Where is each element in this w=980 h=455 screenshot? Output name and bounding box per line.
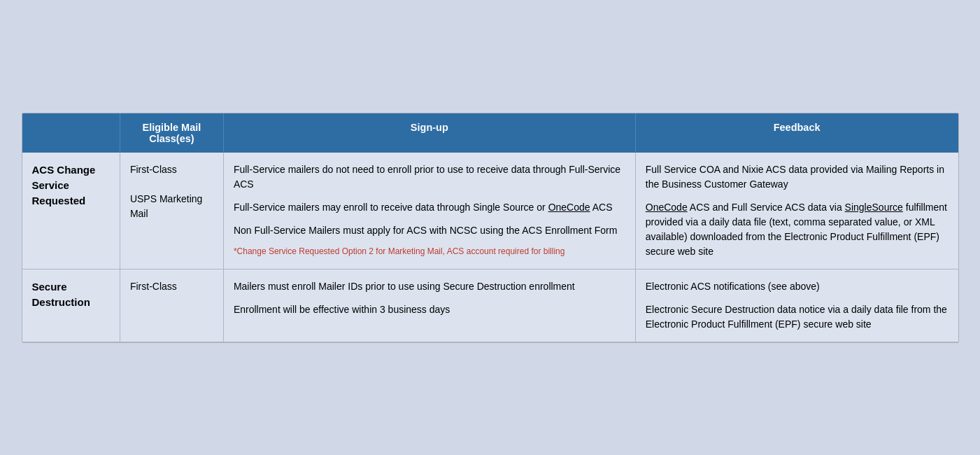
header-col1 bbox=[22, 113, 120, 153]
main-table-wrapper: Eligible Mail Class(es) Sign-up Feedback… bbox=[22, 113, 959, 343]
row-label-acs: ACS Change Service Requested bbox=[22, 153, 120, 270]
feedback-secure: Electronic ACS notifications (see above)… bbox=[635, 269, 958, 342]
mail-class-secure: First-Class bbox=[120, 269, 223, 342]
signup-secure: Mailers must enroll Mailer IDs prior to … bbox=[223, 269, 635, 342]
header-col4: Feedback bbox=[635, 113, 958, 153]
signup-acs: Full-Service mailers do not need to enro… bbox=[223, 153, 635, 270]
mail-class-acs: First-Class USPS Marketing Mail bbox=[120, 153, 223, 270]
header-col3: Sign-up bbox=[223, 113, 635, 153]
table-row: Secure Destruction First-Class Mailers m… bbox=[22, 269, 958, 342]
table-row: ACS Change Service Requested First-Class… bbox=[22, 153, 958, 270]
row-label-secure: Secure Destruction bbox=[22, 269, 120, 342]
feedback-acs: Full Service COA and Nixie ACS data prov… bbox=[635, 153, 958, 270]
header-col2: Eligible Mail Class(es) bbox=[120, 113, 223, 153]
